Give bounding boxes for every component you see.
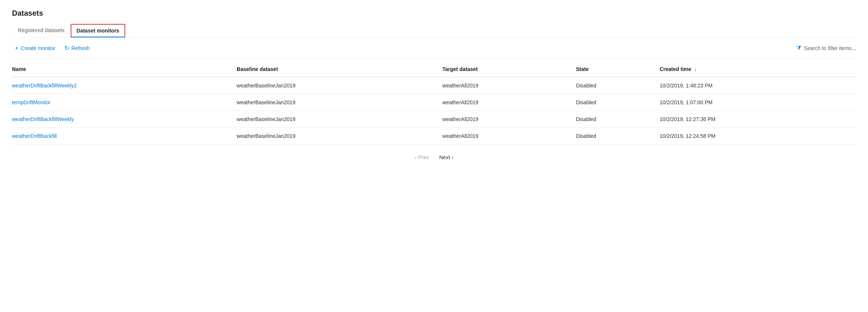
cell-state: Disabled bbox=[576, 77, 660, 94]
prev-label: Prev bbox=[418, 154, 429, 160]
tabs-container: Registered datasets Dataset monitors bbox=[12, 24, 856, 38]
filter-icon: ⧩ bbox=[796, 45, 801, 52]
col-header-state[interactable]: State bbox=[576, 62, 660, 77]
table-row: weatherDriftBackfillweatherBaselineJan20… bbox=[12, 128, 856, 145]
cell-state: Disabled bbox=[576, 128, 660, 145]
cell-created: 10/2/2019, 12:24:58 PM bbox=[659, 128, 856, 145]
cell-created: 10/2/2019, 1:07:00 PM bbox=[659, 94, 856, 111]
cell-target: weatherAll2019 bbox=[442, 128, 576, 145]
toolbar: + Create monitor ↻ Refresh ⧩ Search to f… bbox=[12, 38, 856, 59]
pagination: ‹ Prev Next › bbox=[12, 145, 856, 170]
monitor-link[interactable]: tempDriftMonitor bbox=[12, 99, 50, 105]
cell-state: Disabled bbox=[576, 94, 660, 111]
cell-created: 10/2/2019, 12:27:36 PM bbox=[659, 111, 856, 128]
next-chevron-icon: › bbox=[452, 154, 453, 160]
prev-button[interactable]: ‹ Prev bbox=[410, 152, 433, 163]
cell-baseline: weatherBaselineJan2019 bbox=[237, 111, 442, 128]
refresh-icon: ↻ bbox=[64, 44, 69, 52]
cell-target: weatherAll2019 bbox=[442, 77, 576, 94]
cell-baseline: weatherBaselineJan2019 bbox=[237, 128, 442, 145]
table-row: tempDriftMonitorweatherBaselineJan2019we… bbox=[12, 94, 856, 111]
cell-state: Disabled bbox=[576, 111, 660, 128]
create-monitor-label: Create monitor bbox=[21, 45, 55, 51]
cell-name[interactable]: weatherDriftBackfillWeekly2 bbox=[12, 77, 237, 94]
col-header-name[interactable]: Name bbox=[12, 62, 237, 77]
next-button[interactable]: Next › bbox=[435, 152, 458, 163]
search-area: ⧩ Search to filter items... bbox=[796, 45, 856, 52]
page-title: Datasets bbox=[12, 9, 856, 18]
dataset-monitors-table: Name Baseline dataset Target dataset Sta… bbox=[12, 62, 856, 145]
table-header-row: Name Baseline dataset Target dataset Sta… bbox=[12, 62, 856, 77]
refresh-label: Refresh bbox=[71, 45, 90, 51]
monitor-link[interactable]: weatherDriftBackfill bbox=[12, 133, 57, 139]
table-container: Name Baseline dataset Target dataset Sta… bbox=[12, 62, 856, 145]
monitor-link[interactable]: weatherDriftBackfillWeekly bbox=[12, 116, 74, 122]
table-row: weatherDriftBackfillWeekly2weatherBaseli… bbox=[12, 77, 856, 94]
monitor-link[interactable]: weatherDriftBackfillWeekly2 bbox=[12, 83, 77, 89]
plus-icon: + bbox=[15, 45, 18, 52]
tab-dataset-monitors[interactable]: Dataset monitors bbox=[71, 24, 125, 37]
cell-baseline: weatherBaselineJan2019 bbox=[237, 94, 442, 111]
table-row: weatherDriftBackfillWeeklyweatherBaselin… bbox=[12, 111, 856, 128]
tab-registered-datasets[interactable]: Registered datasets bbox=[12, 24, 71, 38]
col-header-baseline[interactable]: Baseline dataset bbox=[237, 62, 442, 77]
col-header-target[interactable]: Target dataset bbox=[442, 62, 576, 77]
cell-baseline: weatherBaselineJan2019 bbox=[237, 77, 442, 94]
search-placeholder[interactable]: Search to filter items... bbox=[804, 45, 856, 51]
refresh-button[interactable]: ↻ Refresh bbox=[61, 42, 93, 54]
cell-name[interactable]: weatherDriftBackfill bbox=[12, 128, 237, 145]
sort-desc-icon: ↓ bbox=[694, 67, 696, 72]
next-label: Next bbox=[439, 154, 450, 160]
create-monitor-button[interactable]: + Create monitor bbox=[12, 43, 58, 54]
cell-name[interactable]: tempDriftMonitor bbox=[12, 94, 237, 111]
prev-chevron-icon: ‹ bbox=[415, 154, 417, 160]
cell-target: weatherAll2019 bbox=[442, 94, 576, 111]
cell-name[interactable]: weatherDriftBackfillWeekly bbox=[12, 111, 237, 128]
cell-target: weatherAll2019 bbox=[442, 111, 576, 128]
cell-created: 10/2/2019, 1:48:23 PM bbox=[659, 77, 856, 94]
col-header-created[interactable]: Created time ↓ bbox=[659, 62, 856, 77]
